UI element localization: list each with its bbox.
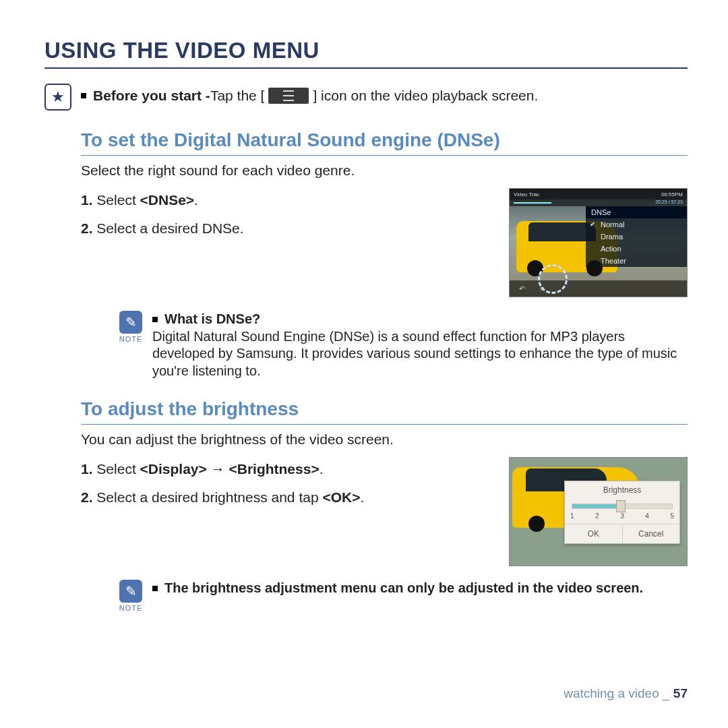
page-footer: watching a video _ 57 (564, 686, 688, 701)
dnse-step-2: 2. Select a desired DNSe. (81, 220, 495, 237)
brightness-ok-button: OK (565, 524, 622, 543)
dnse-menu-overlay: DNSe Normal Drama Action Theater (586, 206, 687, 267)
brightness-popup-title: Brightness (565, 481, 679, 497)
page-title: USING THE VIDEO MENU (44, 38, 688, 69)
star-icon: ★ (44, 84, 71, 111)
shot1-progress-time: 20:25 / 57:23 (655, 200, 683, 204)
dnse-menu-item: Action (586, 243, 687, 255)
note-label: NOTE (116, 335, 146, 343)
dnse-note: What is DNSe? Digital Natural Sound Engi… (152, 311, 688, 380)
dnse-menu-header: DNSe (586, 206, 687, 218)
note-label: NOTE (116, 604, 146, 612)
dnse-intro: Select the right sound for each video ge… (81, 162, 688, 179)
dnse-screenshot: Video Trac 06:55PM 20:25 / 57:23 DNSe No… (509, 188, 688, 297)
shot1-topbar-right: 06:55PM (661, 191, 683, 198)
before-prefix: Before you start - (93, 84, 210, 108)
brightness-step-1: 1. Select <Display> → <Brightness>. (81, 461, 495, 477)
note-icon: ✎ (119, 311, 142, 334)
note-icon: ✎ (119, 580, 142, 603)
dnse-step-1: 1. Select <DNSe>. (81, 192, 495, 208)
dnse-menu-item: Drama (586, 231, 687, 243)
dnse-menu-item: Theater (586, 255, 687, 267)
brightness-popup: Brightness 1 2 3 4 5 OK Cancel (564, 481, 680, 544)
shot1-topbar-left: Video Trac (514, 191, 539, 198)
highlight-ring-icon (538, 264, 568, 294)
brightness-cancel-button: Cancel (622, 524, 680, 543)
brightness-intro: You can adjust the brightness of the vid… (81, 431, 688, 448)
before-mid: Tap the [ (210, 84, 265, 108)
brightness-heading: To adjust the brightness (81, 398, 688, 425)
brightness-step-2: 2. Select a desired brightness and tap <… (81, 489, 495, 506)
before-suffix: ] icon on the video playback screen. (313, 84, 538, 108)
menu-icon (268, 88, 309, 104)
brightness-note: The brightness adjustment menu can only … (152, 580, 643, 597)
brightness-screenshot: Brightness 1 2 3 4 5 OK Cancel (509, 457, 688, 566)
dnse-heading: To set the Digital Natural Sound engine … (81, 129, 688, 156)
back-icon: ↶ (519, 284, 525, 293)
brightness-slider (572, 500, 673, 511)
before-you-start: Before you start - Tap the [ ] icon on t… (81, 84, 538, 108)
bullet-icon (81, 93, 86, 98)
dnse-menu-item: Normal (586, 218, 687, 231)
